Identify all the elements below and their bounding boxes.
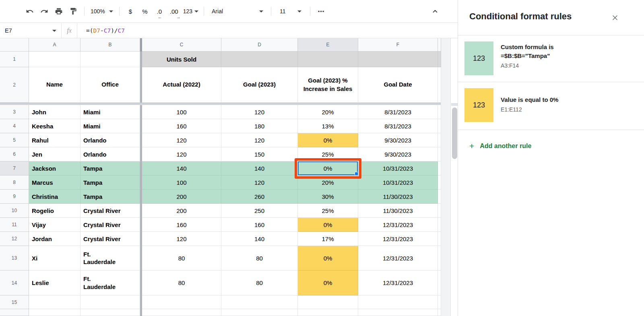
format-percent-button[interactable]: %	[138, 4, 152, 19]
cell-D6[interactable]: 150	[221, 147, 298, 161]
cell-C4[interactable]: 160	[142, 119, 221, 133]
cell-C13[interactable]: 80	[142, 246, 221, 271]
format-rule-2[interactable]: 123 Value is equal to 0% E1:E112	[458, 82, 644, 128]
cell-D14[interactable]: 80	[221, 271, 298, 295]
row-header-7[interactable]: 7	[0, 161, 29, 176]
cell-F2-goal-date-header[interactable]: Goal Date	[358, 67, 438, 103]
cell-D5[interactable]: 120	[221, 133, 298, 147]
cell-B9[interactable]: Tampa	[80, 190, 140, 204]
row-header-13[interactable]: 13	[0, 246, 29, 271]
cell-F3[interactable]: 8/31/2023	[358, 105, 438, 119]
cell-F4[interactable]: 8/31/2023	[358, 119, 438, 133]
more-options-button[interactable]: •••	[314, 4, 328, 19]
cell-B2-office-header[interactable]: Office	[80, 67, 140, 103]
col-header-C[interactable]: C	[142, 38, 221, 52]
cell-B12[interactable]: Crystal River	[80, 232, 140, 246]
cell-B15[interactable]	[80, 295, 140, 309]
cell-D9[interactable]: 260	[221, 190, 298, 204]
select-all-corner[interactable]	[0, 38, 29, 52]
col-header-F[interactable]: F	[358, 38, 438, 52]
cell-C3[interactable]: 100	[142, 105, 221, 119]
format-currency-button[interactable]: $	[123, 4, 138, 19]
cell-E4[interactable]: 13%	[298, 119, 358, 133]
undo-button[interactable]	[23, 4, 37, 19]
row-header-16[interactable]	[0, 309, 29, 316]
row-header-9[interactable]: 9	[0, 190, 29, 204]
cell-C5[interactable]: 120	[142, 133, 221, 147]
cell-D4[interactable]: 180	[221, 119, 298, 133]
close-panel-button[interactable]	[610, 13, 620, 23]
col-header-D[interactable]: D	[221, 38, 298, 52]
cell-C9[interactable]: 200	[142, 190, 221, 204]
cell-F15[interactable]	[358, 295, 438, 309]
cell-C15[interactable]	[142, 295, 221, 309]
cell-D7[interactable]: 140	[221, 161, 298, 176]
cell-B6[interactable]: Orlando	[80, 147, 140, 161]
cell-B16[interactable]	[80, 309, 140, 316]
cell-G9[interactable]	[438, 190, 441, 204]
redo-button[interactable]	[37, 4, 52, 19]
cell-C12[interactable]: 120	[142, 232, 221, 246]
cell-A13[interactable]: Xi	[29, 246, 80, 271]
cell-E8[interactable]: 20%	[298, 176, 358, 190]
cell-D3[interactable]: 120	[221, 105, 298, 119]
font-size-select[interactable]: 11	[275, 4, 306, 19]
cell-E6[interactable]: 25%	[298, 147, 358, 161]
cell-D16[interactable]	[221, 309, 298, 316]
cell-E13[interactable]: 0%	[298, 246, 358, 271]
cell-G15[interactable]	[438, 295, 441, 309]
increase-decimal-button[interactable]: .00 →	[167, 4, 182, 19]
cell-B7[interactable]: Tampa	[80, 161, 140, 176]
vertical-scrollbar-thumb[interactable]	[452, 107, 457, 159]
cell-F1[interactable]	[358, 52, 438, 67]
row-header-15[interactable]: 15	[0, 295, 29, 309]
cell-G1[interactable]	[438, 52, 441, 67]
cell-E5[interactable]: 0%	[298, 133, 358, 147]
cell-A7[interactable]: Jackson	[29, 161, 80, 176]
row-header-5[interactable]: 5	[0, 133, 29, 147]
row-header-12[interactable]: 12	[0, 232, 29, 246]
cell-A6[interactable]: Jen	[29, 147, 80, 161]
cell-B10[interactable]: Crystal River	[80, 204, 140, 218]
cell-C16[interactable]	[142, 309, 221, 316]
row-header-8[interactable]: 8	[0, 176, 29, 190]
cell-D11[interactable]: 160	[221, 218, 298, 232]
cell-A3[interactable]: John	[29, 105, 80, 119]
cell-E16[interactable]	[298, 309, 358, 316]
cell-A14[interactable]: Leslie	[29, 271, 80, 295]
cell-B8[interactable]: Tampa	[80, 176, 140, 190]
cell-F12[interactable]: 12/31/2023	[358, 232, 438, 246]
col-header-E[interactable]: E	[298, 38, 358, 52]
cell-A16[interactable]	[29, 309, 80, 316]
cell-G11[interactable]	[438, 218, 441, 232]
print-button[interactable]	[52, 4, 66, 19]
cell-A2-name-header[interactable]: Name	[29, 67, 80, 103]
row-header-4[interactable]: 4	[0, 119, 29, 133]
cell-F9[interactable]: 11/30/2023	[358, 190, 438, 204]
row-header-2[interactable]: 2	[0, 67, 29, 103]
cell-A5[interactable]: Rahul	[29, 133, 80, 147]
cell-C7[interactable]: 140	[142, 161, 221, 176]
cell-A9[interactable]: Christina	[29, 190, 80, 204]
cell-E7[interactable]: 0%	[298, 161, 358, 176]
cell-F6[interactable]: 9/30/2023	[358, 147, 438, 161]
cell-E12[interactable]: 17%	[298, 232, 358, 246]
cell-A1[interactable]	[29, 52, 80, 67]
cell-G16[interactable]	[438, 309, 441, 316]
cell-E2-pct-header[interactable]: Goal (2023) % Increase in Sales	[298, 67, 358, 103]
row-header-10[interactable]: 10	[0, 204, 29, 218]
cell-A4[interactable]: Keesha	[29, 119, 80, 133]
font-family-select[interactable]: Arial	[208, 4, 267, 19]
cell-E14[interactable]: 0%	[298, 271, 358, 295]
cell-G6[interactable]	[438, 147, 441, 161]
cell-B3[interactable]: Miami	[80, 105, 140, 119]
cell-D15[interactable]	[221, 295, 298, 309]
cell-G2[interactable]	[438, 67, 441, 103]
cell-A15[interactable]	[29, 295, 80, 309]
cell-C11[interactable]: 160	[142, 218, 221, 232]
cell-B11[interactable]: Crystal River	[80, 218, 140, 232]
cell-D1[interactable]	[221, 52, 298, 67]
cell-B1[interactable]	[80, 52, 140, 67]
row-header-11[interactable]: 11	[0, 218, 29, 232]
row-header-3[interactable]: 3	[0, 105, 29, 119]
